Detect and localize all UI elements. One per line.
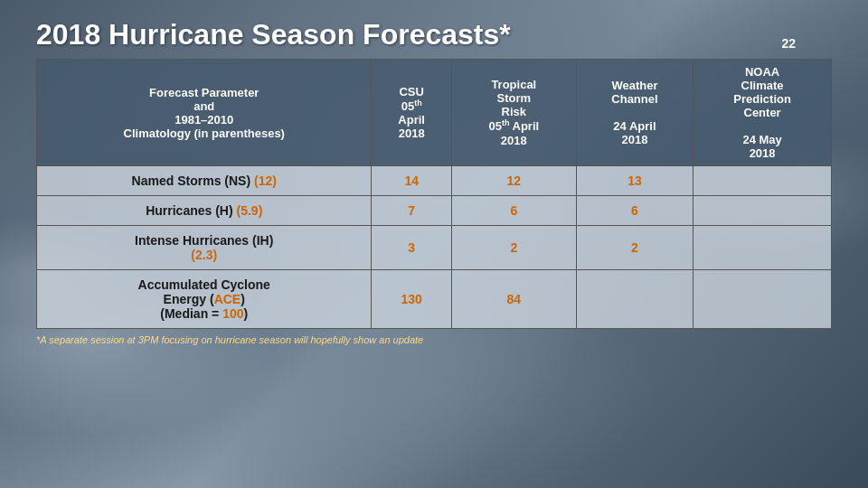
csu-ace: 130 (372, 270, 451, 329)
tropical-ns: 12 (451, 166, 576, 196)
slide-number: 22 (781, 36, 796, 51)
tropical-ace: 84 (451, 270, 576, 329)
noaa-h (693, 196, 832, 226)
noaa-ace (693, 270, 832, 329)
header-csu: CSU05thApril2018 (372, 60, 451, 166)
header-param: Forecast Parameterand1981–2010Climatolog… (37, 60, 372, 166)
weather-h: 6 (576, 196, 693, 226)
table-row-h: Hurricanes (H) (5.9) 7 6 6 (37, 196, 832, 226)
table-row-ns: Named Storms (NS) (12) 14 12 13 (37, 166, 832, 196)
noaa-ns (693, 166, 832, 196)
param-ace: Accumulated CycloneEnergy (ACE)(Median =… (37, 270, 372, 329)
weather-ih: 2 (576, 226, 693, 270)
header-tropical: TropicalStormRisk05th April2018 (451, 60, 576, 166)
csu-ns: 14 (372, 166, 451, 196)
header-noaa: NOAAClimatePredictionCenter24 May2018 (693, 60, 832, 166)
tropical-ih: 2 (451, 226, 576, 270)
param-h: Hurricanes (H) (5.9) (37, 196, 372, 226)
tropical-h: 6 (451, 196, 576, 226)
param-ih: Intense Hurricanes (IH)(2.3) (37, 226, 372, 270)
page-title: 2018 Hurricane Season Forecasts* (36, 18, 832, 52)
csu-h: 7 (372, 196, 451, 226)
forecast-table-wrapper: Forecast Parameterand1981–2010Climatolog… (36, 59, 832, 329)
forecast-table: Forecast Parameterand1981–2010Climatolog… (36, 59, 832, 329)
weather-ns: 13 (576, 166, 693, 196)
table-row-ace: Accumulated CycloneEnergy (ACE)(Median =… (37, 270, 832, 329)
header-weather: WeatherChannel24 April2018 (576, 60, 693, 166)
table-header-row: Forecast Parameterand1981–2010Climatolog… (37, 60, 832, 166)
footnote: *A separate session at 3PM focusing on h… (36, 334, 832, 345)
param-ns: Named Storms (NS) (12) (37, 166, 372, 196)
weather-ace (576, 270, 693, 329)
table-row-ih: Intense Hurricanes (IH)(2.3) 3 2 2 (37, 226, 832, 270)
main-content: 2018 Hurricane Season Forecasts* 22 Fore… (0, 0, 868, 354)
noaa-ih (693, 226, 832, 270)
csu-ih: 3 (372, 226, 451, 270)
